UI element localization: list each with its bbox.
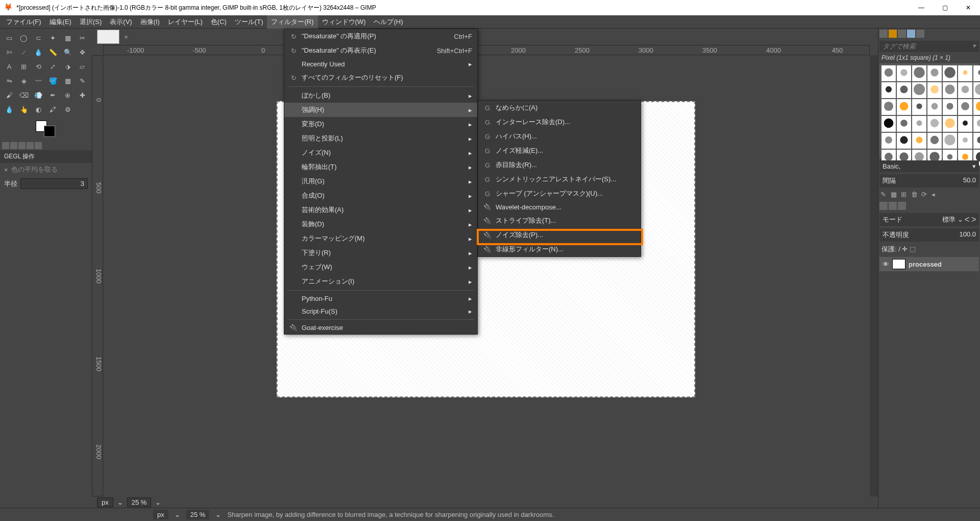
tool-color-picker[interactable]: 💧 (32, 46, 44, 58)
brush-preset[interactable]: Basic,▾ (879, 160, 979, 172)
minimize-button[interactable]: — (910, 0, 933, 15)
tool-bucket[interactable]: 🪣 (47, 75, 59, 87)
menu-0[interactable]: ファイル(F) (2, 15, 45, 29)
brush-1[interactable] (897, 65, 911, 81)
brush-7[interactable] (881, 82, 896, 98)
tool-blur[interactable]: 💧 (3, 103, 15, 115)
brush-29[interactable] (897, 133, 911, 149)
spacing-field[interactable]: 間隔50.0 (879, 174, 979, 187)
layer-tabs[interactable] (878, 201, 980, 212)
brush-9[interactable] (912, 82, 926, 98)
filter-item[interactable]: Recently Used▸ (284, 58, 477, 70)
unit-chevron-icon[interactable]: ⌄ (117, 499, 123, 506)
brush-14[interactable] (881, 99, 896, 115)
tool-perspective[interactable]: ▱ (76, 60, 88, 73)
filter-item[interactable]: ↻"Desaturate" の再適用(P)Ctrl+F (284, 29, 477, 43)
tool-rect-select[interactable]: ▭ (3, 32, 15, 44)
brush-27[interactable] (973, 116, 980, 132)
brush-4[interactable] (943, 65, 957, 81)
menu-1[interactable]: 編集(E) (45, 15, 76, 29)
menu-4[interactable]: 画像(I) (136, 15, 164, 29)
tool-ellipse-select[interactable]: ◯ (18, 32, 30, 44)
menu-icon[interactable]: ◂ (932, 191, 940, 199)
tool-heal[interactable]: ✚ (76, 89, 88, 101)
filter-item[interactable]: ノイズ(N)▸ (284, 146, 477, 160)
brush-11[interactable] (943, 82, 957, 98)
brush-10[interactable] (927, 82, 942, 98)
tool-warp[interactable]: 〰 (32, 75, 44, 87)
enhance-item[interactable]: Gなめらかに(A) (478, 101, 641, 115)
tool-text[interactable]: A (3, 60, 15, 73)
tool-flip[interactable]: ⇋ (3, 75, 15, 87)
option-tabs[interactable] (0, 141, 92, 150)
tool-clone[interactable]: ⊕ (62, 89, 74, 101)
enhance-item[interactable]: 🔌ノイズ除去(P)... (478, 228, 641, 242)
tool-gradient[interactable]: ▦ (62, 75, 74, 87)
enhance-submenu[interactable]: Gなめらかに(A)Gインターレース除去(D)...Gハイパス(H)...Gノイズ… (478, 100, 641, 257)
filter-item[interactable]: 装飾(D)▸ (284, 217, 477, 231)
enhance-item[interactable]: 🔌非線形フィルター(N)... (478, 242, 641, 256)
color-swatch[interactable] (4, 121, 88, 139)
brush-16[interactable] (912, 99, 926, 115)
tool-measure[interactable]: 📏 (47, 46, 59, 58)
brush-3[interactable] (927, 65, 942, 81)
brush-28[interactable] (881, 133, 896, 149)
filter-item[interactable]: ウェブ(W)▸ (284, 260, 477, 274)
visibility-icon[interactable]: 👁 (883, 260, 889, 268)
filter-item[interactable]: カラーマッピング(M)▸ (284, 231, 477, 246)
blend-mode[interactable]: モード標準 ⌄ ᐸ ᐳ (879, 213, 979, 226)
menu-6[interactable]: 色(C) (207, 15, 231, 29)
filter-item[interactable]: 強調(H)▸ (284, 103, 477, 117)
edit-icon[interactable]: ✎ (880, 191, 889, 199)
enhance-item[interactable]: 🔌Wavelet-decompose... (478, 201, 641, 214)
enhance-item[interactable]: Gシャープ (アンシャープマスク)(U)... (478, 186, 641, 201)
brush-actions[interactable]: ✎ ▦ ⊞ 🗑 ⟳ ◂ (878, 188, 980, 201)
layer-name[interactable]: processed (909, 260, 942, 268)
brush-15[interactable] (897, 99, 911, 115)
bg-color[interactable] (44, 126, 55, 137)
enhance-item[interactable]: Gハイパス(H)... (478, 129, 641, 144)
scrollbar-vertical[interactable] (870, 55, 878, 496)
tool-fuzzy-select[interactable]: ✦ (47, 32, 59, 44)
brush-24[interactable] (927, 116, 942, 132)
tool-move[interactable]: ✥ (76, 46, 88, 58)
filter-item[interactable]: 輪郭抽出(T)▸ (284, 160, 477, 174)
refresh-icon[interactable]: ⟳ (921, 191, 929, 199)
opacity-field[interactable]: 不透明度100.0 (879, 228, 979, 242)
tool-gegl[interactable]: ⚙ (62, 103, 74, 115)
zoom-select[interactable]: 25 % (127, 498, 152, 507)
brush-18[interactable] (943, 99, 957, 115)
brush-34[interactable] (973, 133, 980, 149)
brush-12[interactable] (958, 82, 972, 98)
enhance-item[interactable]: 🔌ストライプ除去(T)... (478, 214, 641, 228)
filter-item[interactable]: 下塗り(R)▸ (284, 246, 477, 260)
tool-rotate[interactable]: ⟲ (32, 60, 44, 73)
tool-free-select[interactable]: ⊂ (32, 32, 44, 44)
menu-10[interactable]: ヘルプ(H) (370, 15, 407, 29)
enhance-item[interactable]: Gインターレース除去(D)... (478, 115, 641, 129)
brush-0[interactable] (881, 65, 896, 81)
brush-32[interactable] (943, 133, 957, 149)
filter-item[interactable]: 🔌Goat-exercise (284, 321, 477, 334)
image-tab[interactable] (97, 30, 119, 44)
menu-5[interactable]: レイヤー(L) (164, 15, 207, 29)
tool-scissors[interactable]: ✄ (3, 46, 15, 58)
tool-ink[interactable]: ✒ (47, 89, 59, 101)
del-icon[interactable]: 🗑 (911, 191, 919, 199)
radius-input[interactable]: 3 (20, 178, 88, 189)
tool-paintbrush[interactable]: 🖌 (3, 89, 15, 101)
tool-cage[interactable]: ◈ (18, 75, 30, 87)
brush-33[interactable] (958, 133, 972, 149)
filter-item[interactable]: 汎用(G)▸ (284, 174, 477, 188)
new-icon[interactable]: ▦ (891, 191, 899, 199)
brush-5[interactable] (958, 65, 972, 81)
zoom-chevron-icon[interactable]: ⌄ (155, 499, 161, 506)
menu-9[interactable]: ウィンドウ(W) (318, 15, 370, 29)
status-zoom[interactable]: 25 % (186, 510, 210, 519)
brush-6[interactable] (973, 65, 980, 81)
tool-eraser[interactable]: ⌫ (18, 89, 30, 101)
brush-8[interactable] (897, 82, 911, 98)
tool-mypaint[interactable]: 🖍 (47, 103, 59, 115)
tool-zoom[interactable]: 🔍 (62, 46, 74, 58)
close-button[interactable]: ✕ (957, 0, 980, 15)
